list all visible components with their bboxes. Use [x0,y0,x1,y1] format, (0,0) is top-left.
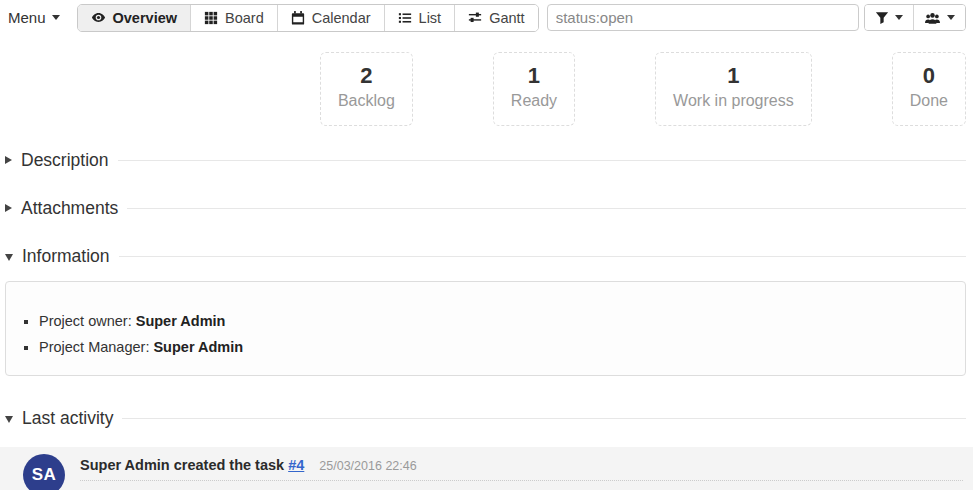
chevron-down-icon [52,15,60,20]
filter-button-group [864,4,966,31]
stat-value: 1 [673,62,794,90]
tab-gantt-label: Gantt [489,10,524,26]
information-list: Project owner: Super Admin Project Manag… [6,308,965,360]
chevron-down-icon [895,15,903,20]
chevron-down-icon [5,254,13,261]
tab-calendar[interactable]: Calendar [277,5,384,31]
section-title: Description [21,150,109,171]
chevron-down-icon [947,15,955,20]
users-icon [924,11,941,25]
info-value: Super Admin [136,313,226,329]
section-divider [118,160,966,161]
stat-label: Backlog [338,90,395,112]
tab-board[interactable]: Board [190,5,277,31]
menu-label: Menu [8,9,46,26]
users-dropdown-button[interactable] [913,5,965,30]
stat-label: Ready [511,90,557,112]
tab-overview-label: Overview [113,10,178,26]
calendar-icon [291,10,305,25]
section-toggle-attachments[interactable]: Attachments [5,197,966,219]
section-divider [122,418,966,419]
tab-list[interactable]: List [384,5,455,31]
stat-label: Work in progress [673,90,794,112]
eye-icon [91,10,106,25]
section-title: Last activity [22,408,113,429]
information-panel: Project owner: Super Admin Project Manag… [5,281,966,376]
stat-box-backlog: 2 Backlog [320,52,413,126]
view-switcher: Overview Board Calendar List Gantt [77,4,539,32]
task-link[interactable]: #4 [288,457,304,473]
menu-dropdown[interactable]: Menu [8,9,60,26]
section-divider [127,208,966,209]
chevron-right-icon [5,204,12,212]
avatar: SA [23,454,65,490]
stat-label: Done [910,90,948,112]
info-label: Project Manager: [39,339,153,355]
filter-dropdown-button[interactable] [865,5,913,30]
activity-title-row: Super Admin created the task #4 25/03/20… [80,457,963,481]
tab-list-label: List [419,10,442,26]
stat-value: 0 [910,62,948,90]
stat-value: 2 [338,62,395,90]
info-value: Super Admin [153,339,243,355]
stat-value: 1 [511,62,557,90]
activity-title: Super Admin created the task [80,457,288,473]
tab-overview[interactable]: Overview [78,5,191,31]
info-label: Project owner: [39,313,136,329]
tab-gantt[interactable]: Gantt [454,5,537,31]
stat-box-done: 0 Done [892,52,966,126]
section-title: Attachments [21,198,118,219]
timestamp: 25/03/2016 22:46 [319,459,416,473]
sliders-icon [468,11,482,25]
grid-icon [204,11,218,25]
section-divider [119,256,966,257]
stat-box-ready: 1 Ready [493,52,575,126]
activity-event: SA Super Admin created the task #4 25/03… [0,447,973,490]
stat-box-work-in-progress: 1 Work in progress [655,52,812,126]
tab-calendar-label: Calendar [312,10,371,26]
list-icon [398,11,412,25]
section-title: Information [22,246,110,267]
section-toggle-information[interactable]: Information [5,245,966,267]
section-toggle-description[interactable]: Description [5,149,966,171]
list-item: Project owner: Super Admin [39,308,965,334]
search-input[interactable] [547,4,859,31]
chevron-right-icon [5,156,12,164]
toolbar: Menu Overview Board Calendar List [0,0,973,32]
tab-board-label: Board [225,10,264,26]
funnel-icon [875,11,889,25]
activity-content: Super Admin created the task #4 25/03/20… [80,454,963,490]
chevron-down-icon [5,416,13,423]
column-stats-row: 2 Backlog 1 Ready 1 Work in progress 0 D… [0,52,966,126]
list-item: Project Manager: Super Admin [39,334,965,360]
section-toggle-last-activity[interactable]: Last activity [5,407,966,429]
